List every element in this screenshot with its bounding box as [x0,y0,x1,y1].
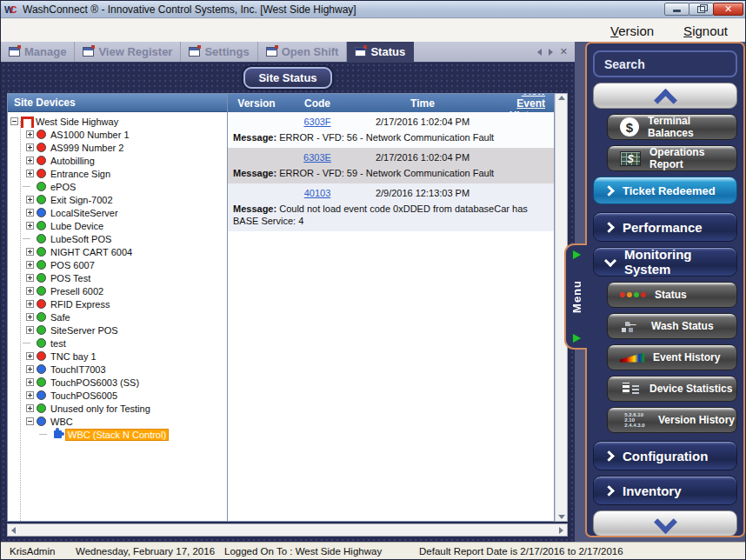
tree-item[interactable]: Presell 6002 [8,284,227,297]
signout-menu-item[interactable]: Signout [683,23,728,38]
page-title: Site Status [243,67,331,89]
tree-expander-icon[interactable] [26,196,34,203]
tree-expander-icon[interactable] [26,261,34,269]
tree-expander-icon[interactable] [26,300,34,308]
tree-expander-icon[interactable] [26,248,34,256]
scroll-down-icon[interactable] [558,515,565,519]
tree-item[interactable]: POS Test [8,271,227,284]
tree-item[interactable]: TouchPOS6005 [8,389,227,402]
tree-expander-icon[interactable] [26,274,34,282]
tab-close-icon[interactable]: ✕ [560,46,568,57]
sidebar-button[interactable]: Device Statistics [607,376,737,402]
tree-item[interactable]: WBC (Stack N Control) [8,428,227,441]
minimize-icon [673,10,681,12]
tree-item[interactable]: Entrance Sign [8,167,227,180]
sidebar-button[interactable]: Terminal Balances [607,114,737,140]
tree-item[interactable]: NIGHT CART 6004 [8,245,227,258]
tree-item[interactable]: ePOS [8,180,227,193]
tree-expander-icon[interactable] [43,430,50,438]
tree-item[interactable]: Exit Sign-7002 [8,193,227,206]
close-button[interactable]: ✕ [713,3,743,16]
tree-expander-icon[interactable] [26,391,34,399]
tab[interactable]: Open Shift [258,42,348,62]
tab[interactable]: Settings [181,42,257,62]
tree-item[interactable]: SiteServer POS [8,323,227,337]
sidebar-button[interactable] [593,83,737,109]
tree-item[interactable]: test [8,337,227,350]
device-status-icon [37,156,46,165]
tree-expander-icon[interactable] [10,117,18,125]
tree-expander-icon[interactable] [26,235,34,243]
tab-next-icon[interactable] [549,49,553,56]
tree-expander-icon[interactable] [26,183,34,190]
tree-expander-icon[interactable] [26,170,34,177]
tree-expander-icon[interactable] [26,339,34,347]
search-box[interactable]: Search [593,50,737,77]
tree-item[interactable]: LocalSiteServer [8,206,227,219]
tree-item[interactable]: LubeSoft POS [8,232,227,245]
sidebar-button[interactable]: 5.2.6.10 2.10 2.4.4.3.0 Version History [607,407,737,433]
minimize-button[interactable] [664,3,689,16]
menu-expand-bottom-icon[interactable] [573,334,581,343]
restore-button[interactable] [689,3,714,16]
tab-prev-icon[interactable] [537,49,542,56]
tree-item-label: Entrance Sign [49,169,112,179]
sidebar-button[interactable] [593,510,737,537]
sidebar-button[interactable]: Status [607,282,737,308]
scroll-up-icon[interactable] [558,96,565,100]
tree-expander-icon[interactable] [26,378,34,386]
device-status-icon [37,417,46,426]
tree-item-label: WBC [49,417,75,427]
tree-expander-icon[interactable] [26,143,34,151]
tree-item[interactable]: RFID Express [8,297,227,310]
tree-item[interactable]: AS999 Number 2 [8,141,227,154]
event-code-link[interactable]: 6303F [303,117,330,127]
tree-item-label: TouchPOS6003 (SS) [49,377,141,388]
scroll-right-icon[interactable] [559,527,563,534]
tree-item[interactable]: TNC bay 1 [8,350,227,363]
tree-expander-icon[interactable] [26,352,34,360]
tree-item-label: AS999 Number 2 [49,143,125,153]
menu-slide-tab[interactable]: Menu [564,243,587,350]
horizontal-scrollbar[interactable] [7,523,568,537]
event-code-link[interactable]: 40103 [304,188,331,198]
tree-expander-icon[interactable] [26,313,34,321]
tree-item[interactable]: AS1000 Number 1 [8,128,227,141]
sidebar-button[interactable]: Monitoring System [593,247,737,277]
sidebar-button-label: Ticket Redeemed [623,184,716,197]
menu-expand-top-icon[interactable] [573,250,581,259]
tree-expander-icon[interactable] [26,157,34,164]
tree-expander-icon[interactable] [26,365,34,373]
tab[interactable]: View Register [75,42,181,62]
tree-expander-icon[interactable] [26,326,34,334]
tree-expander-icon[interactable] [26,404,34,412]
tree-expander-icon[interactable] [26,209,34,217]
sidebar-button[interactable]: Ticket Redeemed [593,177,737,204]
sidebar-button[interactable]: Wash Status [607,313,737,339]
tree-item[interactable]: TouchIT7003 [8,363,227,376]
tree-item[interactable]: Autobilling [8,154,227,167]
tree-expander-icon[interactable] [26,222,34,230]
tree-expander-icon[interactable] [26,417,34,425]
event-code-link[interactable]: 6303E [303,152,331,163]
tree-item[interactable]: Safe [8,310,227,323]
tree-item[interactable]: POS 6007 [8,258,227,271]
site-devices-panel: Site Devices West Side Highway [7,93,228,522]
sidebar-button[interactable]: Configuration [593,441,737,470]
tree-expander-icon[interactable] [26,130,34,138]
tab[interactable]: Manage [1,42,75,62]
sidebar-button[interactable]: Performance [593,212,737,242]
scroll-left-icon[interactable] [11,527,16,534]
tree-item[interactable]: West Side Highway [8,115,227,128]
tree-item[interactable]: WBC [8,415,227,428]
tree-item[interactable]: Unused only for Testing [8,402,227,415]
tree-expander-icon[interactable] [26,287,34,295]
sidebar-button[interactable]: Inventory [593,476,737,505]
tab[interactable]: Status [347,42,414,62]
tree-item[interactable]: TouchPOS6003 (SS) [8,376,227,389]
sidebar-button[interactable]: Operations Report [607,145,737,171]
sidebar-button[interactable]: Event History [607,344,737,370]
version-menu-item[interactable]: Version [610,23,654,38]
restore-icon [697,6,705,13]
tree-item[interactable]: Lube Device [8,219,227,232]
